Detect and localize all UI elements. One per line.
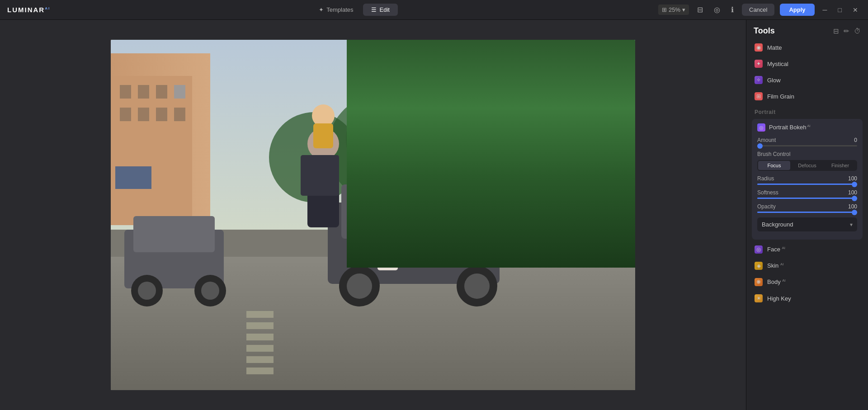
softness-slider-value: 100 <box>848 189 857 196</box>
background-dropdown-label: Background <box>762 221 793 228</box>
cancel-button[interactable]: Cancel <box>742 4 774 16</box>
amount-slider-track[interactable] <box>757 145 857 146</box>
radius-slider-value: 100 <box>848 175 857 182</box>
softness-slider-label: Softness <box>757 189 778 196</box>
svg-rect-34 <box>398 187 443 225</box>
opacity-slider-thumb[interactable] <box>852 210 857 215</box>
svg-rect-49 <box>368 166 409 221</box>
softness-slider-thumb[interactable] <box>852 196 857 201</box>
svg-rect-17 <box>174 108 185 121</box>
svg-rect-22 <box>246 322 274 329</box>
radius-slider-fill <box>757 184 857 185</box>
svg-point-2 <box>423 58 567 203</box>
brush-tabs: Focus Defocus Finisher <box>757 160 857 171</box>
tools-list: ◉ Matte ✦ Mystical ✧ Glow ⊞ Film Grain P… <box>746 39 868 410</box>
svg-rect-46 <box>313 123 333 148</box>
svg-rect-50 <box>377 216 398 270</box>
zoom-control[interactable]: ⊞ 25% ▾ <box>658 5 689 15</box>
background-dropdown[interactable]: Background ▾ <box>757 217 857 231</box>
svg-rect-37 <box>133 216 215 252</box>
view-icon-btn[interactable]: ⊟ <box>694 4 706 16</box>
softness-slider-track[interactable] <box>757 198 857 199</box>
templates-icon: ✦ <box>319 6 324 13</box>
photo-canvas <box>111 40 635 390</box>
svg-rect-12 <box>156 85 167 99</box>
svg-rect-18 <box>115 166 151 189</box>
svg-rect-35 <box>448 187 475 225</box>
tool-body[interactable]: ❋ Body AI <box>752 274 863 290</box>
ai-badge: AI <box>806 124 810 128</box>
radius-slider-track[interactable] <box>757 184 857 185</box>
maximize-button[interactable]: □ <box>835 5 844 14</box>
tool-mystical[interactable]: ✦ Mystical <box>752 56 863 72</box>
edit-tab[interactable]: ☰ Edit <box>363 4 397 16</box>
zoom-value: 25% <box>669 6 680 13</box>
logo-sup: AI <box>45 6 50 10</box>
panel-settings-icon[interactable]: ⊟ <box>833 27 839 35</box>
skin-label: Skin AI <box>767 262 783 269</box>
svg-rect-11 <box>138 85 149 99</box>
panel-brush-icon[interactable]: ✏ <box>844 27 849 35</box>
topbar-center: ✦ Templates ☰ Edit <box>311 4 398 16</box>
svg-rect-28 <box>341 184 477 239</box>
info-icon-btn[interactable]: ℹ <box>728 4 736 16</box>
mystical-label: Mystical <box>767 61 788 67</box>
film-grain-icon: ⊞ <box>755 92 763 100</box>
mystical-icon: ✦ <box>755 60 763 68</box>
opacity-slider-track[interactable] <box>757 212 857 213</box>
svg-rect-13 <box>174 85 185 99</box>
matte-icon: ◉ <box>755 43 763 52</box>
opacity-slider-value: 100 <box>848 203 857 210</box>
svg-point-4 <box>531 94 635 203</box>
softness-slider-fill <box>757 198 857 199</box>
svg-rect-26 <box>246 368 274 374</box>
tool-glow[interactable]: ✧ Glow <box>752 72 863 88</box>
brush-tab-finisher[interactable]: Finisher <box>824 161 856 170</box>
glow-icon: ✧ <box>755 76 763 84</box>
brush-tab-defocus[interactable]: Defocus <box>791 161 823 170</box>
dropdown-chevron-icon: ▾ <box>850 221 853 228</box>
amount-slider-header: Amount 0 <box>757 137 857 143</box>
svg-point-47 <box>375 146 407 178</box>
skin-icon: ◈ <box>755 262 763 270</box>
amount-slider-value: 0 <box>854 137 857 143</box>
portrait-bokeh-card: ◎ Portrait Bokeh AI Amount 0 <box>752 119 863 240</box>
face-icon: ◎ <box>755 245 763 254</box>
opacity-slider-fill <box>757 212 857 213</box>
opacity-slider-header: Opacity 100 <box>757 203 857 210</box>
minimize-button[interactable]: ─ <box>820 5 830 14</box>
portrait-section-label: Portrait <box>752 104 863 117</box>
amount-slider-thumb[interactable] <box>757 143 763 149</box>
high-key-icon: ☀ <box>755 294 763 302</box>
panel-header: Tools ⊟ ✏ ⏱ <box>746 20 868 39</box>
tool-skin[interactable]: ◈ Skin AI <box>752 258 863 274</box>
film-grain-label: Film Grain <box>767 93 794 100</box>
portrait-bokeh-icon: ◎ <box>757 123 765 132</box>
radius-slider-header: Radius 100 <box>757 175 857 182</box>
radius-slider-thumb[interactable] <box>852 182 857 187</box>
svg-point-5 <box>572 103 635 203</box>
templates-tab[interactable]: ✦ Templates <box>311 4 361 16</box>
svg-point-41 <box>201 282 219 300</box>
amount-slider-label: Amount <box>757 137 776 143</box>
tool-matte[interactable]: ◉ Matte <box>752 39 863 56</box>
panel-icons: ⊟ ✏ ⏱ <box>833 27 861 35</box>
zoom-chevron-icon: ▾ <box>682 6 685 13</box>
radius-slider-label: Radius <box>757 175 774 182</box>
svg-rect-10 <box>120 85 131 99</box>
panel-history-icon[interactable]: ⏱ <box>854 27 861 35</box>
main-area: Tools ⊟ ✏ ⏱ ◉ Matte ✦ Mystical ✧ Glow <box>0 20 868 410</box>
tool-face[interactable]: ◎ Face AI <box>752 241 863 258</box>
tool-high-key[interactable]: ☀ High Key <box>752 290 863 306</box>
glow-label: Glow <box>767 77 781 84</box>
panel-title: Tools <box>754 26 775 36</box>
softness-slider-row: Softness 100 <box>757 189 857 199</box>
brush-tab-focus[interactable]: Focus <box>758 161 790 170</box>
face-label: Face AI <box>767 246 785 253</box>
eye-icon-btn[interactable]: ◎ <box>711 4 723 16</box>
tool-film-grain[interactable]: ⊞ Film Grain <box>752 88 863 104</box>
topbar-right: ⊞ 25% ▾ ⊟ ◎ ℹ Cancel Apply ─ □ ✕ <box>658 4 861 16</box>
canvas-area <box>0 20 746 410</box>
close-button[interactable]: ✕ <box>850 5 861 14</box>
apply-button[interactable]: Apply <box>780 4 814 16</box>
